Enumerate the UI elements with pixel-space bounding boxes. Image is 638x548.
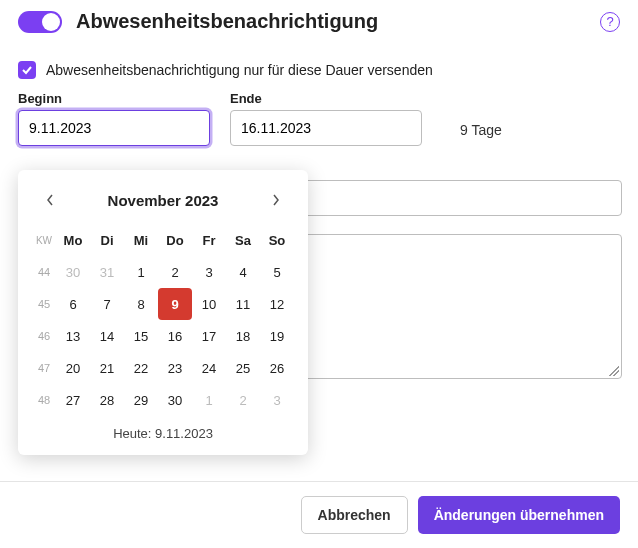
page-title: Abwesenheitsbenachrichtigung [76,10,378,33]
calendar-day[interactable]: 22 [124,352,158,384]
calendar-day[interactable]: 26 [260,352,294,384]
calendar-day[interactable]: 16 [158,320,192,352]
datepicker-grid: KWMoDiMiDoFrSaSo443031123454567891011124… [32,224,294,416]
next-month-button[interactable] [262,186,290,214]
duration-checkbox-row: Abwesenheitsbenachrichtigung nur für die… [18,61,620,79]
check-icon [21,64,33,76]
calendar-day[interactable]: 2 [226,384,260,416]
chevron-left-icon [46,194,54,206]
calendar-day[interactable]: 3 [260,384,294,416]
datepicker-month-year[interactable]: November 2023 [108,192,219,209]
start-label: Beginn [18,91,210,106]
calendar-day[interactable]: 8 [124,288,158,320]
calendar-day[interactable]: 4 [226,256,260,288]
week-number: 47 [32,352,56,384]
week-number: 44 [32,256,56,288]
weekday-header: So [260,224,294,256]
calendar-day[interactable]: 15 [124,320,158,352]
calendar-day[interactable]: 31 [90,256,124,288]
header: Abwesenheitsbenachrichtigung ? [18,10,620,33]
duration-text: 9 Tage [460,122,502,146]
calendar-day[interactable]: 7 [90,288,124,320]
weekday-header: Di [90,224,124,256]
calendar-day[interactable]: 24 [192,352,226,384]
calendar-day[interactable]: 23 [158,352,192,384]
kw-header: KW [32,224,56,256]
calendar-day[interactable]: 29 [124,384,158,416]
calendar-day[interactable]: 9 [158,288,192,320]
week-number: 48 [32,384,56,416]
cancel-button[interactable]: Abbrechen [301,496,408,534]
calendar-day[interactable]: 12 [260,288,294,320]
weekday-header: Mi [124,224,158,256]
calendar-day[interactable]: 27 [56,384,90,416]
weekday-header: Fr [192,224,226,256]
calendar-day[interactable]: 19 [260,320,294,352]
calendar-day[interactable]: 18 [226,320,260,352]
calendar-day[interactable]: 20 [56,352,90,384]
calendar-day[interactable]: 30 [158,384,192,416]
calendar-day[interactable]: 13 [56,320,90,352]
week-number: 45 [32,288,56,320]
calendar-day[interactable]: 1 [192,384,226,416]
checkbox[interactable] [18,61,36,79]
checkbox-label: Abwesenheitsbenachrichtigung nur für die… [46,62,433,78]
weekday-header: Mo [56,224,90,256]
calendar-day[interactable]: 6 [56,288,90,320]
datepicker-popup: November 2023 KWMoDiMiDoFrSaSo4430311234… [18,170,308,455]
calendar-day[interactable]: 21 [90,352,124,384]
prev-month-button[interactable] [36,186,64,214]
dates-row: Beginn Ende 9 Tage [18,91,620,146]
calendar-day[interactable]: 30 [56,256,90,288]
calendar-day[interactable]: 1 [124,256,158,288]
week-number: 46 [32,320,56,352]
calendar-day[interactable]: 3 [192,256,226,288]
calendar-day[interactable]: 10 [192,288,226,320]
calendar-day[interactable]: 28 [90,384,124,416]
calendar-day[interactable]: 14 [90,320,124,352]
weekday-header: Sa [226,224,260,256]
toggle-switch[interactable] [18,11,62,33]
start-date-input[interactable] [18,110,210,146]
apply-button[interactable]: Änderungen übernehmen [418,496,620,534]
calendar-day[interactable]: 25 [226,352,260,384]
calendar-day[interactable]: 5 [260,256,294,288]
weekday-header: Do [158,224,192,256]
calendar-day[interactable]: 11 [226,288,260,320]
today-link[interactable]: Heute: 9.11.2023 [32,426,294,441]
calendar-day[interactable]: 2 [158,256,192,288]
help-icon[interactable]: ? [600,12,620,32]
calendar-day[interactable]: 17 [192,320,226,352]
chevron-right-icon [272,194,280,206]
end-date-input[interactable] [230,110,422,146]
footer: Abbrechen Änderungen übernehmen [0,481,638,548]
end-label: Ende [230,91,422,106]
